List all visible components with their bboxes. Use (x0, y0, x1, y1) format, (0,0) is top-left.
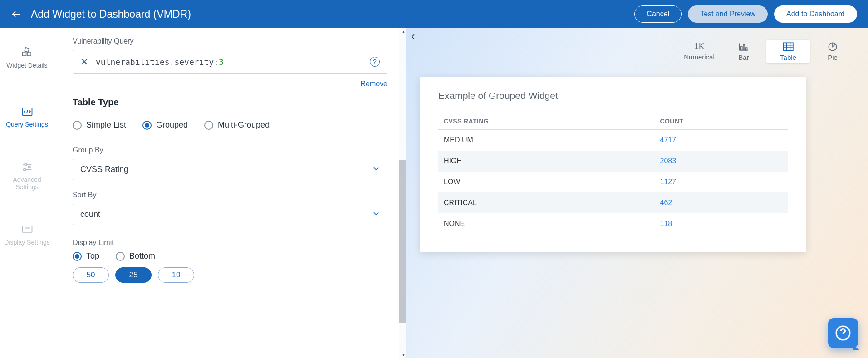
cancel-button[interactable]: Cancel (634, 5, 682, 23)
radio-label: Bottom (129, 251, 155, 261)
svg-rect-2 (25, 47, 29, 52)
table-type-radio-group: Simple List Grouped Multi-Grouped (73, 120, 387, 130)
tab-label: Display Settings (4, 239, 49, 246)
query-text: vulnerabilities.severity:3 (96, 57, 363, 67)
collapse-preview-icon[interactable] (408, 32, 418, 42)
chevron-down-icon (373, 210, 380, 219)
preview-table: CVSS RATING COUNT MEDIUM 4717 HIGH 2083 … (438, 113, 788, 234)
radio-multi-grouped[interactable]: Multi-Grouped (204, 120, 270, 130)
cell-rating: MEDIUM (438, 130, 655, 151)
table-row: MEDIUM 4717 (438, 130, 788, 151)
col-count: COUNT (655, 113, 788, 130)
table-row: CRITICAL 462 (438, 192, 788, 213)
cell-rating: HIGH (438, 151, 655, 172)
svg-point-4 (25, 163, 27, 165)
scroll-up-icon[interactable]: ▴ (402, 29, 405, 34)
header-actions: Cancel Test and Preview Add to Dashboard (634, 5, 857, 23)
radio-simple-list[interactable]: Simple List (73, 120, 126, 130)
col-rating: CVSS RATING (438, 113, 655, 130)
radio-bottom[interactable]: Bottom (116, 251, 155, 261)
table-row: LOW 1127 (438, 172, 788, 192)
tab-widget-details[interactable]: Widget Details (0, 28, 54, 87)
tab-label: Advanced Settings (4, 176, 50, 191)
help-button[interactable] (828, 318, 858, 348)
svg-rect-8 (741, 47, 742, 50)
pill-10[interactable]: 10 (158, 267, 194, 283)
count-link[interactable]: 2083 (660, 157, 677, 165)
preview-panel: 1K Numerical Bar Table Pie (406, 28, 868, 358)
tab-label: Query Settings (6, 121, 48, 128)
svg-point-6 (23, 168, 25, 171)
radio-label: Top (86, 251, 99, 261)
scroll-thumb[interactable] (399, 160, 406, 323)
pill-25[interactable]: 25 (115, 267, 152, 283)
help-icon (835, 325, 851, 341)
pie-chart-icon (827, 42, 839, 52)
chart-type-bar[interactable]: Bar (722, 40, 765, 63)
radio-grouped[interactable]: Grouped (142, 120, 188, 130)
chart-type-label: Table (780, 54, 796, 61)
chart-type-label: Bar (738, 54, 749, 61)
radio-top[interactable]: Top (73, 251, 99, 261)
svg-rect-11 (783, 43, 793, 50)
widget-details-icon (21, 46, 34, 59)
count-link[interactable]: 118 (660, 220, 672, 227)
svg-rect-1 (27, 52, 31, 55)
display-settings-icon (21, 223, 34, 236)
count-link[interactable]: 4717 (660, 136, 677, 144)
vulnerability-query-input[interactable]: vulnerabilities.severity:3 ? (73, 50, 387, 74)
radio-label: Simple List (86, 120, 126, 130)
select-value: count (80, 210, 100, 219)
count-link[interactable]: 1127 (660, 178, 677, 186)
table-icon (782, 42, 794, 52)
cell-rating: LOW (438, 172, 655, 192)
sort-by-select[interactable]: count (73, 204, 387, 225)
add-to-dashboard-button[interactable]: Add to Dashboard (774, 5, 857, 23)
chart-type-label: Pie (828, 54, 838, 61)
chart-type-numerical[interactable]: 1K Numerical (677, 40, 721, 63)
back-arrow-icon[interactable] (11, 9, 22, 20)
tab-display-settings[interactable]: Display Settings (0, 205, 54, 264)
select-value: CVSS Rating (80, 165, 128, 174)
advanced-settings-icon (21, 161, 34, 173)
sort-by-label: Sort By (73, 191, 387, 199)
group-by-select[interactable]: CVSS Rating (73, 159, 387, 180)
radio-icon (142, 121, 152, 130)
radio-label: Grouped (156, 120, 188, 130)
chart-type-pie[interactable]: Pie (811, 40, 854, 63)
test-preview-button[interactable]: Test and Preview (688, 5, 768, 23)
radio-label: Multi-Grouped (218, 120, 270, 130)
radio-icon (73, 121, 82, 130)
radio-icon (73, 252, 82, 261)
svg-point-5 (28, 166, 30, 168)
scroll-down-icon[interactable]: ▾ (402, 352, 405, 357)
preview-card: Example of Grouped Widget CVSS RATING CO… (420, 77, 806, 252)
form-scrollbar[interactable]: ▴ ▾ (399, 28, 406, 358)
tab-advanced-settings[interactable]: Advanced Settings (0, 146, 54, 205)
vulnerability-query-label: Vulnerability Query (73, 37, 387, 45)
clear-query-icon[interactable] (80, 58, 88, 66)
svg-rect-9 (743, 45, 745, 50)
count-link[interactable]: 462 (660, 199, 672, 206)
cell-rating: CRITICAL (438, 192, 655, 213)
tab-query-settings[interactable]: Query Settings (0, 87, 54, 146)
header-bar: Add Widget to Dashboard (VMDR) Cancel Te… (0, 0, 868, 28)
bar-chart-icon (738, 42, 750, 52)
query-help-icon[interactable]: ? (370, 57, 380, 67)
chart-type-table[interactable]: Table (766, 40, 810, 63)
settings-tabs-sidebar: Widget Details Query Settings Advanced S… (0, 28, 54, 358)
group-by-label: Group By (73, 146, 387, 154)
pill-50[interactable]: 50 (73, 267, 109, 283)
chevron-down-icon (373, 165, 380, 174)
table-type-heading: Table Type (73, 97, 387, 108)
tab-label: Widget Details (6, 62, 47, 69)
remove-query-link[interactable]: Remove (73, 80, 387, 88)
table-row: HIGH 2083 (438, 151, 788, 172)
display-limit-pills: 50 25 10 (73, 267, 387, 283)
svg-rect-10 (745, 48, 747, 50)
cell-rating: NONE (438, 213, 655, 234)
numerical-icon: 1K (694, 42, 704, 51)
radio-icon (204, 121, 213, 130)
query-settings-icon (21, 105, 34, 118)
display-limit-label: Display Limit (73, 239, 387, 247)
